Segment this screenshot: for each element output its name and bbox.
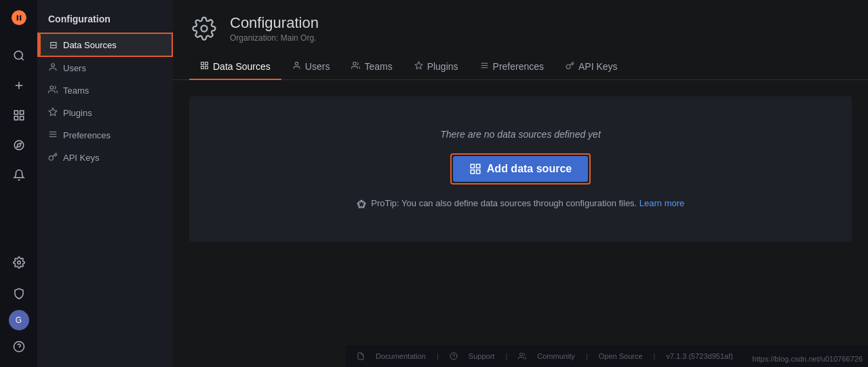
community-icon	[518, 352, 526, 360]
secondary-sidebar: Configuration ⊟ Data Sources Users Teams…	[37, 0, 173, 367]
sidebar-item-preferences[interactable]: Preferences	[37, 124, 173, 147]
svg-point-26	[353, 62, 356, 65]
svg-line-2	[21, 58, 23, 60]
svg-rect-31	[471, 164, 474, 168]
tab-data-sources-label: Data Sources	[213, 61, 271, 72]
add-data-source-button[interactable]: Add data source	[453, 156, 588, 182]
page-header-text: Configuration Organization: Main Org.	[230, 14, 319, 43]
main-content: Configuration Organization: Main Org. Da…	[173, 0, 868, 367]
tab-data-sources-icon	[200, 61, 209, 72]
user-avatar[interactable]: G	[9, 310, 29, 330]
url-display: https://blog.csdn.net/u010766726	[752, 355, 863, 363]
svg-marker-16	[49, 108, 57, 115]
sidebar-item-data-sources[interactable]: ⊟ Data Sources	[37, 33, 173, 57]
sidebar-item-users[interactable]: Users	[37, 57, 173, 79]
tab-preferences[interactable]: Preferences	[469, 54, 555, 80]
main-sidebar: G	[0, 0, 37, 367]
tab-plugins[interactable]: Plugins	[403, 54, 469, 80]
teams-icon	[48, 85, 58, 96]
tab-teams-label: Teams	[364, 61, 392, 72]
svg-rect-5	[14, 111, 18, 114]
version-text: v7.1.3 (5723d951af)	[666, 352, 732, 360]
secondary-sidebar-title: Configuration	[37, 8, 173, 33]
tab-teams[interactable]: Teams	[340, 54, 403, 80]
add-button-wrapper: Add data source	[450, 153, 591, 185]
tab-api-keys[interactable]: API Keys	[555, 54, 629, 80]
protip-container: ProTip: You can also define data sources…	[357, 198, 685, 209]
help-nav-icon[interactable]	[5, 333, 33, 360]
tab-api-keys-label: API Keys	[578, 61, 618, 72]
community-link[interactable]: Community	[537, 352, 575, 360]
svg-point-25	[295, 62, 298, 65]
page-subtitle: Organization: Main Org.	[230, 33, 319, 43]
svg-point-14	[52, 64, 55, 67]
support-link[interactable]: Support	[469, 352, 495, 360]
docs-icon	[357, 352, 365, 360]
svg-rect-32	[476, 164, 479, 168]
configuration-nav-icon[interactable]	[5, 249, 33, 276]
shield-nav-icon[interactable]	[5, 280, 33, 307]
open-source-link[interactable]: Open Source	[599, 352, 643, 360]
sidebar-item-label-data-sources: Data Sources	[63, 40, 117, 50]
data-sources-icon: ⊟	[50, 39, 58, 50]
support-icon	[450, 352, 458, 360]
svg-rect-34	[476, 170, 479, 174]
tab-preferences-icon	[480, 61, 489, 72]
sidebar-item-plugins[interactable]: Plugins	[37, 102, 173, 124]
dashboards-nav-icon[interactable]	[5, 102, 33, 129]
protip-text: ProTip: You can also define data sources…	[371, 198, 637, 208]
tab-users-label: Users	[305, 61, 330, 72]
tab-users-icon	[292, 61, 301, 72]
svg-rect-33	[471, 170, 474, 174]
svg-rect-21	[201, 62, 204, 65]
svg-point-39	[520, 353, 523, 356]
svg-rect-23	[201, 66, 204, 69]
sidebar-item-label-api-keys: API Keys	[63, 153, 99, 163]
tab-preferences-label: Preferences	[493, 61, 544, 72]
svg-marker-27	[415, 62, 422, 69]
search-nav-icon[interactable]	[5, 42, 33, 69]
learn-more-link[interactable]: Learn more	[639, 198, 684, 208]
sidebar-item-label-plugins: Plugins	[63, 108, 92, 118]
documentation-link[interactable]: Documentation	[376, 352, 426, 360]
sidebar-item-teams[interactable]: Teams	[37, 79, 173, 102]
sidebar-item-label-preferences: Preferences	[63, 130, 111, 140]
empty-state-text: There are no data sources defined yet	[440, 129, 601, 140]
tab-api-keys-icon	[566, 61, 574, 72]
svg-point-1	[14, 51, 22, 59]
app-logo[interactable]	[7, 5, 31, 30]
svg-point-11	[17, 261, 20, 265]
svg-point-15	[50, 86, 54, 90]
configuration-header-icon	[189, 14, 219, 43]
sidebar-item-api-keys[interactable]: API Keys	[37, 147, 173, 169]
explore-nav-icon[interactable]	[5, 132, 33, 159]
empty-state-card: There are no data sources defined yet Ad…	[189, 96, 852, 242]
tabs-bar: Data Sources Users Teams Plugins Prefere…	[173, 54, 868, 80]
svg-point-20	[201, 26, 208, 32]
alerting-nav-icon[interactable]	[5, 161, 33, 189]
svg-rect-7	[14, 117, 18, 120]
content-area: There are no data sources defined yet Ad…	[173, 80, 868, 258]
users-icon	[48, 62, 58, 74]
tab-plugins-icon	[414, 61, 423, 72]
svg-marker-10	[16, 143, 20, 147]
svg-rect-24	[205, 66, 208, 69]
tab-data-sources[interactable]: Data Sources	[189, 54, 281, 80]
tab-teams-icon	[351, 61, 360, 72]
tab-users[interactable]: Users	[281, 54, 341, 80]
svg-rect-22	[205, 62, 208, 65]
preferences-icon	[48, 130, 58, 141]
page-header: Configuration Organization: Main Org.	[173, 0, 868, 54]
svg-rect-6	[20, 111, 23, 114]
sidebar-item-label-teams: Teams	[63, 85, 89, 96]
add-nav-icon[interactable]	[5, 72, 33, 99]
api-keys-icon	[48, 152, 58, 163]
tab-plugins-label: Plugins	[427, 61, 458, 72]
page-title: Configuration	[230, 14, 319, 32]
svg-rect-8	[20, 117, 23, 120]
plugins-icon	[48, 107, 58, 119]
sidebar-item-label-users: Users	[63, 63, 86, 73]
svg-point-9	[14, 140, 24, 150]
add-button-label: Add data source	[487, 163, 572, 175]
